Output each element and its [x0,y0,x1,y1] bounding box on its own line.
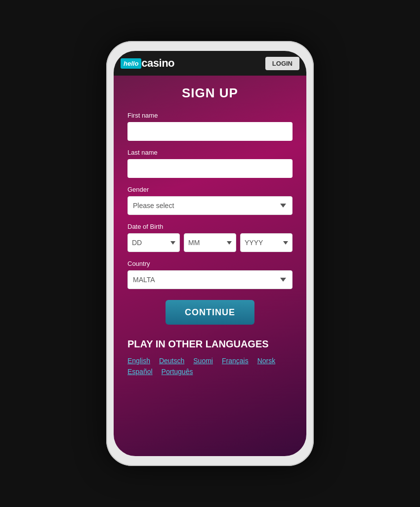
lang-english[interactable]: English [127,357,150,365]
last-name-group: Last name [127,149,293,178]
last-name-input[interactable] [127,159,293,178]
dob-row: DD MM YYYY [127,233,293,252]
other-languages-title: PLAY IN OTHER LANGUAGES [127,338,293,350]
lang-espanol[interactable]: Español [127,368,153,376]
page-title: SIGN UP [127,85,293,101]
logo-casino: casino [141,57,174,70]
country-group: Country MALTA UNITED KINGDOM GERMANY FRA… [127,260,293,289]
logo: hello casino [121,57,174,70]
dob-year-select[interactable]: YYYY [240,233,293,252]
first-name-label: First name [127,112,293,119]
phone-device: hello casino LOGIN SIGN UP First name La… [106,41,314,466]
navbar: hello casino LOGIN [114,51,306,76]
main-content: SIGN UP First name Last name Gender Plea… [114,76,306,456]
lang-norsk[interactable]: Norsk [257,357,276,365]
lang-francais[interactable]: Français [222,357,249,365]
gender-group: Gender Please select Male Female Other [127,186,293,215]
other-languages-section: PLAY IN OTHER LANGUAGES English Deutsch … [127,338,293,376]
country-label: Country [127,260,293,267]
dob-day-select[interactable]: DD [127,233,180,252]
country-select[interactable]: MALTA UNITED KINGDOM GERMANY FRANCE FINL… [127,270,293,289]
continue-button[interactable]: CONTINUE [166,300,254,325]
dob-group: Date of Birth DD MM YYYY [127,223,293,252]
languages-grid: English Deutsch Suomi Français Norsk Esp… [127,357,293,376]
dob-label: Date of Birth [127,223,293,230]
phone-screen: hello casino LOGIN SIGN UP First name La… [114,51,306,456]
login-button[interactable]: LOGIN [265,57,299,70]
lang-suomi[interactable]: Suomi [193,357,213,365]
gender-label: Gender [127,186,293,193]
first-name-group: First name [127,112,293,141]
dob-month-select[interactable]: MM [184,233,236,252]
lang-deutsch[interactable]: Deutsch [159,357,184,365]
first-name-input[interactable] [127,122,293,141]
lang-portugues[interactable]: Português [162,368,193,376]
last-name-label: Last name [127,149,293,156]
logo-hello: hello [121,58,141,69]
gender-select[interactable]: Please select Male Female Other [127,196,293,215]
